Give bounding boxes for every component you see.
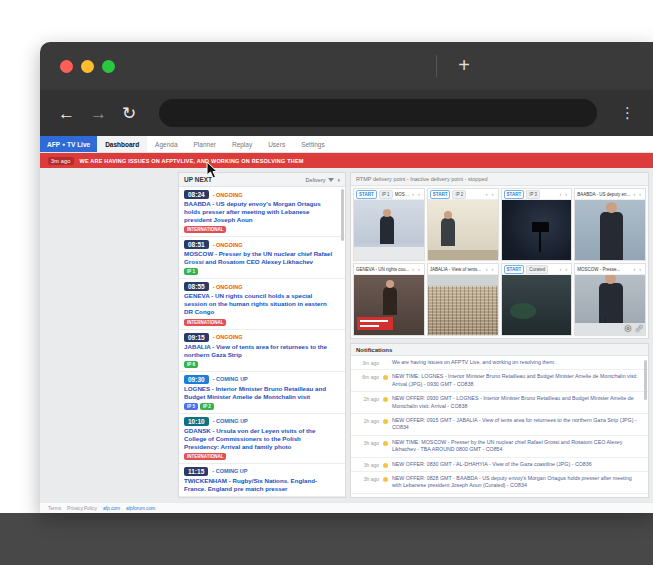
nav-item-agenda[interactable]: Agenda xyxy=(147,136,185,152)
speaker-figure xyxy=(383,287,397,315)
notification-text: We are having issues on AFPTV Live, and … xyxy=(392,359,556,366)
delivery-point-badge: Curated xyxy=(526,265,548,274)
close-window-icon[interactable] xyxy=(60,60,73,73)
video-wall-tools: ⚙ ⤢ xyxy=(625,325,642,333)
event-title[interactable]: GDANSK - Ursula von der Leyen visits of … xyxy=(184,427,336,451)
nav-item-replay[interactable]: Replay xyxy=(224,136,260,152)
prev-next-stream-icons[interactable]: ‹ › xyxy=(412,266,422,272)
stream-title: GENEVA - UN rights cou... xyxy=(356,267,410,272)
notification-item[interactable]: 6m ago NEW TIME: LOGNES - Interior Minis… xyxy=(351,370,648,392)
schedule-item[interactable]: 10:10 COMING UP GDANSK - Ursula von der … xyxy=(179,414,345,464)
stream-title: JABALIA - View of tents... xyxy=(430,267,484,272)
fullscreen-icon[interactable]: ⤢ xyxy=(636,325,642,333)
schedule-item[interactable]: 11:15 COMING UP TWICKENHAM - Rugby/Six N… xyxy=(179,464,345,497)
event-title[interactable]: LOGNES - Interior Minister Bruno Retaill… xyxy=(184,385,336,401)
start-stream-button[interactable]: START xyxy=(356,190,377,199)
event-title[interactable]: MOSCOW - Presser by the UN nuclear chief… xyxy=(184,250,336,266)
video-thumbnail[interactable] xyxy=(354,275,424,335)
delivery-point-cell: START IP 1 MOSCOW - Presser by t... ‹ › xyxy=(353,188,425,261)
forward-icon[interactable]: → xyxy=(90,105,107,122)
zoom-window-icon[interactable] xyxy=(102,60,115,73)
notification-text: NEW TIME: LOGNES - Interior Minister Bru… xyxy=(392,373,638,388)
browser-menu-icon[interactable]: ⋮ xyxy=(620,104,635,122)
speaker-figure xyxy=(380,216,394,244)
new-tab-button[interactable]: + xyxy=(450,52,478,80)
video-thumbnail[interactable] xyxy=(575,200,645,260)
desktop-background xyxy=(0,513,653,565)
prev-next-stream-icons[interactable]: ‹ › xyxy=(560,191,570,197)
notification-item[interactable]: 2h ago NEW OFFER: 0915 GMT - JABALIA - V… xyxy=(351,414,648,436)
nav-item-users[interactable]: Users xyxy=(260,136,293,152)
prev-next-stream-icons[interactable]: ‹ › xyxy=(486,266,496,272)
schedule-item[interactable]: 09:15 ONGOING JABALIA - View of tents ar… xyxy=(179,330,345,372)
notifications-scrollbar[interactable] xyxy=(644,360,647,400)
schedule-item[interactable]: 08:51 ONGOING MOSCOW - Presser by the UN… xyxy=(179,237,345,279)
alert-message: WE ARE HAVING ISSUES ON AFPTVLIVE, AND W… xyxy=(80,158,304,164)
footer-link-afpforum[interactable]: afpforum.com xyxy=(126,506,155,511)
funnel-icon xyxy=(328,178,334,182)
address-bar[interactable] xyxy=(159,99,597,127)
delivery-point-badge: IP 2 xyxy=(452,190,466,199)
prev-next-stream-icons[interactable]: ‹ › xyxy=(486,191,496,197)
notification-item[interactable]: 3m ago We are having issues on AFPTV Liv… xyxy=(351,356,648,370)
start-stream-button[interactable]: START xyxy=(504,190,525,199)
delivery-point-cell: START Curated ‹ › xyxy=(501,263,573,336)
notification-time: 3h ago xyxy=(355,461,379,468)
schedule-item[interactable]: 08:24 ONGOING BAABDA - US deputy envoy's… xyxy=(179,187,345,237)
back-icon[interactable]: ← xyxy=(58,105,75,122)
event-title[interactable]: BAABDA - US deputy envoy's Morgan Ortagu… xyxy=(184,200,336,224)
video-thumbnail[interactable] xyxy=(502,275,572,335)
afp-tv-live-logo[interactable]: AFP ● TV Live xyxy=(40,136,97,152)
notification-item[interactable]: 3h ago NEW OFFER: 0828 GMT - BAABDA - US… xyxy=(351,472,648,494)
podium-shape xyxy=(428,250,498,260)
up-next-panel: UP NEXT Delivery ▾ 08:24 ONGOING BAABDA … xyxy=(178,172,346,498)
speaker-figure xyxy=(600,212,623,260)
video-thumbnail[interactable] xyxy=(428,275,498,335)
nav-item-dashboard[interactable]: Dashboard xyxy=(97,136,147,152)
notification-dot-icon xyxy=(383,441,388,446)
nav-item-settings[interactable]: Settings xyxy=(293,136,333,152)
time-badge: 09:15 xyxy=(184,333,209,342)
schedule-item[interactable]: 09:30 COMING UP LOGNES - Interior Minist… xyxy=(179,372,345,414)
footer-link-privacy[interactable]: Privacy Policy xyxy=(67,506,97,511)
video-thumbnail[interactable] xyxy=(428,200,498,260)
app-navbar: AFP ● TV Live Dashboard Agenda Planner R… xyxy=(40,136,653,153)
settings-gear-icon[interactable]: ⚙ xyxy=(625,325,631,333)
speaker-figure xyxy=(441,218,455,246)
notification-text: NEW TIME: MOSCOW - Presser by the UN nuc… xyxy=(392,439,638,454)
notifications-panel: Notifications 3m ago We are having issue… xyxy=(350,343,649,498)
delivery-badge: IP 2 xyxy=(200,403,214,410)
prev-next-stream-icons[interactable]: ‹ › xyxy=(633,191,643,197)
browser-titlebar: + xyxy=(40,42,653,90)
minimize-window-icon[interactable] xyxy=(81,60,94,73)
time-badge: 10:10 xyxy=(184,417,209,426)
delivery-filter[interactable]: Delivery ▾ xyxy=(306,177,340,183)
start-stream-button[interactable]: START xyxy=(430,190,451,199)
nav-item-planner[interactable]: Planner xyxy=(186,136,224,152)
prev-next-stream-icons[interactable]: ‹ › xyxy=(560,266,570,272)
prev-next-stream-icons[interactable]: ‹ › xyxy=(412,191,422,197)
notification-time: 3m ago xyxy=(355,359,379,366)
notification-item[interactable]: 2h ago NEW OFFER: 0930 GMT - LOGNES - In… xyxy=(351,392,648,414)
video-thumbnail[interactable] xyxy=(354,200,424,260)
schedule-scrollbar[interactable] xyxy=(341,189,344,241)
notification-text: NEW OFFER: 0915 GMT - JABALIA - View of … xyxy=(392,417,638,432)
event-title[interactable]: TWICKENHAM - Rugby/Six Nations. England-… xyxy=(184,477,336,493)
event-title[interactable]: GENEVA - UN rights council holds a speci… xyxy=(184,292,336,316)
delivery-badge: IP 5 xyxy=(184,403,198,410)
start-stream-button[interactable]: START xyxy=(504,265,525,274)
footer-link-terms[interactable]: Terms xyxy=(48,506,61,511)
delivery-badge: IP 1 xyxy=(184,268,198,275)
reload-icon[interactable]: ↻ xyxy=(122,105,136,122)
notification-item[interactable]: 3h ago NEW TIME: MOSCOW - Presser by the… xyxy=(351,436,648,458)
video-thumbnail[interactable] xyxy=(502,200,572,260)
delivery-point-cell: BAABDA - US deputy en... ‹ › xyxy=(574,188,646,261)
status-label: ONGOING xyxy=(213,192,243,198)
event-title[interactable]: JABALIA - View of tents area for returne… xyxy=(184,343,336,359)
time-badge: 08:51 xyxy=(184,240,209,249)
schedule-item[interactable]: 08:55 ONGOING GENEVA - UN rights council… xyxy=(179,279,345,329)
notification-item[interactable]: 3h ago NEW OFFER: 0830 GMT - AL-DHAHYIA … xyxy=(351,458,648,472)
time-badge: 11:15 xyxy=(184,467,208,476)
prev-next-stream-icons[interactable]: ‹ › xyxy=(633,266,643,272)
footer-link-afp[interactable]: afp.com xyxy=(103,506,120,511)
